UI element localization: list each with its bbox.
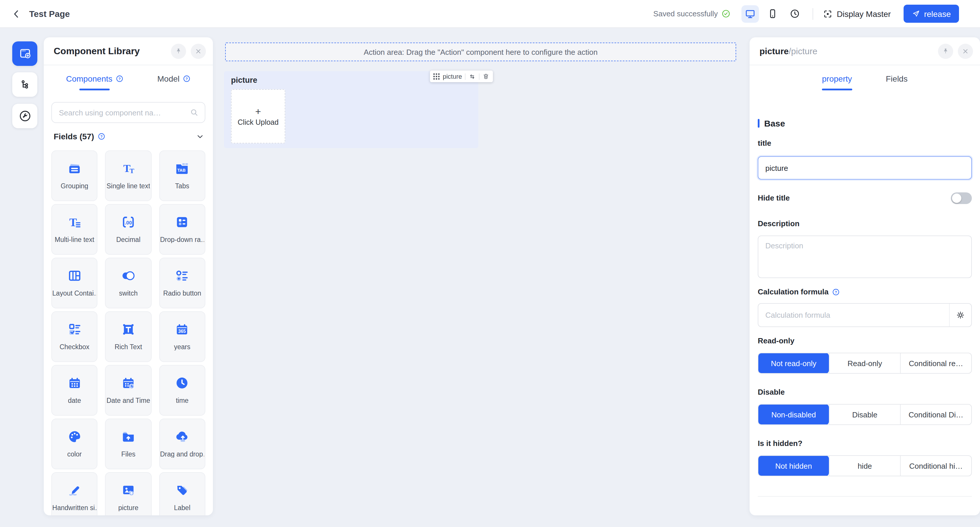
library-title: Component Library [54, 46, 140, 56]
tab-model[interactable]: Model ? [157, 65, 191, 92]
component-card-picture[interactable]: picture [105, 472, 152, 515]
rich-text-icon [121, 312, 136, 339]
tab-property[interactable]: property [822, 65, 852, 92]
tab-fields[interactable]: Fields [886, 65, 908, 92]
tabs-icon: TAB [175, 151, 190, 178]
wrench-circle-icon [18, 109, 32, 123]
option-non-disabled[interactable]: Non-disabled [758, 404, 829, 425]
click-upload-button[interactable]: + Click Upload [231, 89, 285, 143]
time-icon [175, 365, 190, 392]
close-library-button[interactable] [191, 43, 206, 59]
formula-settings-button[interactable] [949, 304, 971, 327]
back-button[interactable] [8, 6, 24, 22]
tab-components[interactable]: Components ? [66, 65, 123, 92]
component-card-files[interactable]: Files [105, 419, 152, 469]
drag-handle-icon[interactable] [433, 73, 440, 79]
desktop-icon [745, 8, 756, 19]
history-button[interactable] [786, 5, 803, 22]
component-card-years[interactable]: 365years [159, 311, 205, 362]
option-conditional-re[interactable]: Conditional re… [900, 353, 971, 373]
chevron-down-icon[interactable] [196, 132, 205, 141]
component-card-date-time[interactable]: Date and Time [105, 365, 152, 416]
rail-tools-button[interactable] [12, 104, 37, 128]
gear-icon [956, 310, 966, 320]
calculation-input[interactable] [758, 304, 949, 327]
component-card-color[interactable]: color [51, 419, 98, 469]
library-header: Component Library [44, 37, 213, 65]
component-card-grouping[interactable]: Grouping [51, 151, 98, 201]
inspector-header: picture/picture [749, 37, 980, 65]
component-card-drop-down[interactable]: Drop-down ra… [159, 204, 205, 255]
component-card-drag-drop[interactable]: Drag and drop… [159, 419, 205, 469]
svg-text:?: ? [835, 290, 837, 294]
help-icon: ? [98, 132, 106, 140]
component-card-tabs[interactable]: TABTabs [159, 151, 205, 201]
component-card-time[interactable]: time [159, 365, 205, 416]
option-disable[interactable]: Disable [829, 405, 900, 424]
component-card-label[interactable]: Label [159, 472, 205, 515]
component-card-switch[interactable]: switch [105, 258, 152, 308]
base-section-header: Base [758, 118, 972, 128]
release-button[interactable]: release [904, 5, 959, 23]
tree-icon [18, 78, 32, 91]
plus-icon: + [255, 106, 261, 116]
title-field-label: title [758, 139, 972, 148]
component-card-label: Drag and drop… [160, 451, 204, 458]
rail-component-library-button[interactable] [12, 41, 37, 66]
pin-button[interactable] [171, 43, 186, 59]
display-master-button[interactable]: Display Master [823, 8, 891, 19]
library-tabs: Components ? Model ? [44, 65, 213, 92]
swap-icon[interactable] [468, 73, 476, 80]
mobile-preview-button[interactable] [764, 5, 781, 22]
hide-title-row: Hide title [758, 194, 972, 205]
component-card-rich-text[interactable]: Rich Text [105, 311, 152, 362]
option-hide[interactable]: hide [829, 456, 900, 476]
picture-component-selected[interactable]: picture + Click Upload picture [224, 71, 478, 148]
component-card-layout-container[interactable]: Layout Contai… [51, 258, 98, 308]
calculation-input-wrap [758, 303, 972, 327]
desktop-preview-button[interactable] [742, 5, 759, 22]
close-icon [195, 48, 202, 54]
component-card-single-line-text[interactable]: TTSingle line text [105, 151, 152, 201]
svg-text:T: T [129, 167, 134, 175]
option-not-hidden[interactable]: Not hidden [758, 455, 829, 476]
option-read-only[interactable]: Read-only [829, 353, 900, 373]
fields-section-header[interactable]: Fields (57) ? [54, 129, 205, 143]
chevron-left-icon [11, 8, 22, 19]
help-icon: ? [183, 75, 191, 83]
rail-outline-tree-button[interactable] [12, 72, 37, 97]
component-card-label: Layout Contai… [52, 290, 97, 297]
component-card-radio-button[interactable]: Radio button [159, 258, 205, 308]
component-search-input[interactable] [59, 108, 189, 117]
decimal-icon: .00 [121, 205, 136, 232]
component-toolbar: picture [430, 71, 493, 82]
toggle-knob [952, 194, 961, 203]
trash-icon[interactable] [482, 73, 489, 80]
option-conditional-hi[interactable]: Conditional hi… [900, 456, 971, 476]
component-card-label: Radio button [163, 290, 201, 297]
title-input-wrap [758, 156, 972, 179]
component-card-multi-line-text[interactable]: TMulti-line text [51, 204, 98, 255]
help-icon: ? [115, 75, 123, 83]
component-card-decimal[interactable]: .00Decimal [105, 204, 152, 255]
svg-text:T: T [69, 216, 77, 229]
pin-button[interactable] [938, 43, 953, 59]
action-area-dropzone[interactable]: Action area: Drag the "Action" component… [225, 43, 736, 61]
component-card-checkbox[interactable]: Checkbox [51, 311, 98, 362]
title-input[interactable] [758, 163, 971, 172]
component-card-label: color [67, 451, 82, 458]
disable-segmented: Non-disabledDisableConditional Di… [758, 404, 972, 425]
component-card-date[interactable]: date [51, 365, 98, 416]
svg-text:TAB: TAB [178, 168, 186, 173]
description-textarea[interactable] [765, 241, 964, 272]
multi-line-text-icon: T [67, 205, 82, 232]
layout-container-icon [67, 258, 82, 285]
save-status: Saved successfully [653, 9, 731, 19]
component-field-label: picture [231, 76, 257, 84]
component-card-handwritten-signature[interactable]: Handwritten si… [51, 472, 98, 515]
hide-title-toggle[interactable] [951, 192, 972, 204]
close-inspector-button[interactable] [958, 43, 973, 59]
inspector-subtitle: /picture [789, 46, 817, 56]
option-conditional-di[interactable]: Conditional Di… [900, 405, 971, 424]
option-not-read-only[interactable]: Not read-only [758, 353, 829, 374]
